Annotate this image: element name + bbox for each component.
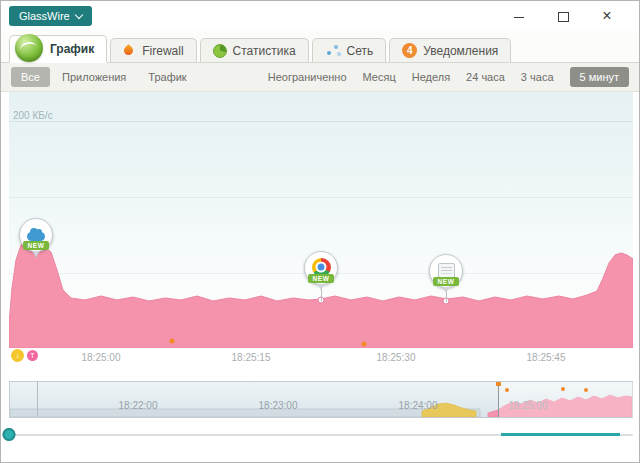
marker-ring: NEW: [304, 251, 338, 285]
tab-firewall-label: Firewall: [142, 44, 183, 58]
timeline-event-dot: [561, 387, 565, 391]
alerts-count-badge: 4: [402, 43, 417, 58]
timeline-playhead: [37, 382, 38, 417]
tab-network-label: Сеть: [347, 44, 374, 58]
x-tick: 18:25:30: [377, 352, 416, 363]
range-week-button[interactable]: Неделя: [412, 71, 450, 83]
maximize-button[interactable]: [541, 1, 585, 31]
glasswire-menu-button[interactable]: GlassWire: [9, 6, 92, 26]
maximize-icon: [558, 12, 569, 22]
window-controls: ×: [497, 1, 629, 31]
mini-app-legend: ↓ Т: [11, 349, 38, 362]
close-button[interactable]: ×: [585, 1, 629, 31]
traffic-graph[interactable]: 200 КБ/с NEW: [9, 92, 633, 348]
minimize-button[interactable]: [497, 1, 541, 31]
traffic-area-chart: [9, 92, 633, 348]
network-dots-icon: [325, 44, 341, 57]
minimize-icon: [514, 17, 524, 18]
flame-icon: [122, 44, 135, 57]
x-tick: 18:25:15: [232, 352, 271, 363]
glasswire-graph-logo-icon: [15, 34, 43, 62]
marker-stem: [446, 292, 447, 302]
glasswire-menu-label: GlassWire: [19, 10, 70, 22]
event-dot[interactable]: [170, 339, 175, 344]
timeline-event-dot: [505, 388, 509, 392]
tab-bar: График Firewall Статистика Сеть 4 Уведом…: [1, 31, 639, 63]
range-3h-button[interactable]: 3 часа: [521, 71, 554, 83]
timeline-selection-region[interactable]: [498, 382, 633, 417]
pie-chart-icon: [213, 44, 227, 58]
app-event-marker-chrome[interactable]: NEW: [304, 251, 338, 285]
event-dot[interactable]: [362, 342, 367, 347]
marker-ring: NEW: [19, 218, 53, 252]
app-event-marker-generic[interactable]: NEW: [429, 254, 463, 288]
t-app-icon[interactable]: Т: [27, 350, 38, 361]
app-event-marker-cloud[interactable]: NEW: [19, 218, 53, 252]
download-app-icon[interactable]: ↓: [11, 349, 24, 362]
filter-traffic-button[interactable]: Трафик: [138, 67, 196, 87]
chevron-down-icon: [74, 11, 82, 19]
tab-graph-label: График: [50, 42, 94, 56]
range-unlimited-button[interactable]: Неограниченно: [268, 71, 347, 83]
range-month-button[interactable]: Месяц: [363, 71, 396, 83]
range-5min-button[interactable]: 5 минут: [570, 67, 630, 87]
generic-app-icon: [438, 263, 455, 278]
slider-selected-range[interactable]: [501, 433, 620, 436]
new-badge: NEW: [23, 241, 49, 250]
timeline-tick: 18:22:00: [119, 400, 158, 411]
x-tick: 18:25:00: [82, 352, 121, 363]
time-range-slider: [9, 424, 633, 454]
timeline-tick: 18:24:00: [399, 400, 438, 411]
timeline-overview[interactable]: 18:22:00 18:23:00 18:24:00 18:25:00: [9, 381, 633, 418]
tab-alerts-label: Уведомления: [423, 44, 498, 58]
titlebar: GlassWire ×: [1, 1, 639, 31]
cloud-app-icon: [27, 232, 45, 241]
filter-apps-button[interactable]: Приложения: [52, 67, 136, 87]
marker-ring: NEW: [429, 254, 463, 288]
tab-alerts[interactable]: 4 Уведомления: [389, 38, 511, 62]
glasswire-window: GlassWire × График Firewall Статистика С…: [0, 0, 640, 463]
tab-statistics[interactable]: Статистика: [200, 38, 309, 62]
new-badge: NEW: [308, 274, 334, 283]
x-tick: 18:25:45: [527, 352, 566, 363]
marker-stem: [36, 256, 37, 258]
tab-network[interactable]: Сеть: [312, 38, 387, 62]
range-24h-button[interactable]: 24 часа: [466, 71, 505, 83]
marker-stem: [321, 289, 322, 301]
x-axis: ↓ Т 18:25:00 18:25:15 18:25:30 18:25:45: [9, 348, 633, 370]
tab-statistics-label: Статистика: [233, 44, 296, 58]
tab-firewall[interactable]: Firewall: [110, 38, 196, 62]
new-badge: NEW: [433, 277, 459, 286]
timeline-event-dot: [584, 388, 588, 392]
timeline-tick: 18:23:00: [259, 400, 298, 411]
filter-bar: Все Приложения Трафик Неограниченно Меся…: [1, 63, 639, 92]
slider-right-handle[interactable]: [3, 428, 16, 441]
graph-stage: 200 КБ/с NEW: [1, 92, 639, 454]
traffic-type-filter: Все Приложения Трафик: [11, 67, 197, 87]
tab-graph[interactable]: График: [9, 35, 107, 63]
filter-all-button[interactable]: Все: [11, 67, 50, 87]
time-range-filter: Неограниченно Месяц Неделя 24 часа 3 час…: [268, 67, 629, 87]
